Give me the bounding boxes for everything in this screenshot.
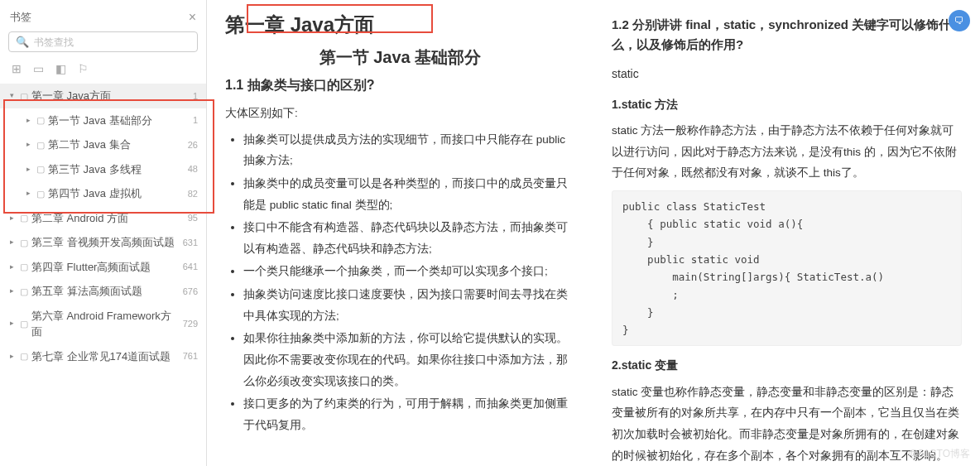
bullet-item: 抽象类可以提供成员方法的实现细节，而接口中只能存在 public 抽象方法;: [243, 129, 575, 171]
tree-item-child[interactable]: ▸▢ 第一节 Java 基础部分1: [0, 108, 206, 133]
tree-item-child[interactable]: ▸▢ 第二节 Java 集合26: [0, 132, 206, 157]
intro-text: 大体区别如下:: [225, 103, 575, 124]
search-input[interactable]: [34, 36, 190, 48]
tree-item[interactable]: ▾▢ 第一章 Java方面1: [0, 84, 206, 108]
tree-item[interactable]: ▸▢ 第六章 Android Framework方面729: [0, 304, 206, 344]
bullet-item: 一个类只能继承一个抽象类，而一个类却可以实现多个接口;: [243, 261, 575, 282]
content-left-column: 第一章 Java方面 第一节 Java 基础部分 1.1 抽象类与接口的区别? …: [207, 0, 593, 466]
section1-body: static 方法一般称作静态方法，由于静态方法不依赖于任何对象就可以进行访问，…: [612, 120, 962, 184]
float-action-button[interactable]: 🗨: [949, 10, 970, 31]
bullet-item: 如果你往抽象类中添加新的方法，你可以给它提供默认的实现。因此你不需要改变你现在的…: [243, 328, 575, 392]
watermark: @51CTO博客: [908, 447, 970, 461]
section2-title: 2.static 变量: [612, 354, 962, 377]
bookmark-tree: ▾▢ 第一章 Java方面1▸▢ 第一节 Java 基础部分1▸▢ 第二节 Ja…: [0, 84, 206, 459]
chapter-title: 第一章 Java方面: [225, 12, 575, 38]
tool-ribbon-icon[interactable]: ⚐: [78, 62, 89, 75]
bookmarks-sidebar: 书签 × 🔍 ⊞ ▭ ◧ ⚐ ▾▢ 第一章 Java方面1▸▢ 第一节 Java…: [0, 0, 207, 466]
bullet-item: 抽象类中的成员变量可以是各种类型的，而接口中的成员变量只能是 public st…: [243, 173, 575, 215]
bullet-item: 抽象类访问速度比接口速度要快，因为接口需要时间去寻找在类中具体实现的方法;: [243, 284, 575, 326]
tree-item[interactable]: ▸▢ 第七章 企业常见174道面试题761: [0, 344, 206, 369]
tool-expand-icon[interactable]: ▭: [33, 62, 44, 75]
tree-item[interactable]: ▸▢ 第五章 算法高频面试题676: [0, 279, 206, 304]
tool-bookmark-icon[interactable]: ◧: [55, 62, 66, 75]
bullet-item: 接口中不能含有构造器、静态代码块以及静态方法，而抽象类可以有构造器、静态代码块和…: [243, 217, 575, 259]
sidebar-toolbar: ⊞ ▭ ◧ ⚐: [0, 59, 206, 84]
search-box[interactable]: 🔍: [8, 31, 198, 52]
tree-item-child[interactable]: ▸▢ 第三节 Java 多线程48: [0, 157, 206, 182]
section1-title: 1.static 方法: [612, 94, 962, 116]
section-title: 第一节 Java 基础部分: [225, 46, 575, 69]
bullet-item: 接口更多的为了约束类的行为，可用于解耦，而抽象类更加侧重于代码复用。: [243, 393, 575, 435]
tree-item[interactable]: ▸▢ 第四章 Flutter高频面试题641: [0, 255, 206, 280]
tree-item[interactable]: ▸▢ 第二章 Android 方面95: [0, 206, 206, 231]
search-icon: 🔍: [16, 36, 29, 48]
subsection-title: 1.1 抽象类与接口的区别?: [225, 77, 575, 94]
close-icon[interactable]: ×: [189, 10, 196, 25]
sidebar-title: 书签: [10, 10, 31, 25]
tree-item[interactable]: ▸▢ 第三章 音视频开发高频面试题631: [0, 230, 206, 255]
keyword-label: static: [612, 63, 962, 85]
code-block: public class StaticTest { public static …: [612, 190, 962, 346]
question-title: 1.2 分别讲讲 final，static，synchronized 关键字可以…: [612, 15, 962, 55]
bullet-list: 抽象类可以提供成员方法的实现细节，而接口中只能存在 public 抽象方法;抽象…: [225, 129, 575, 436]
tool-add-icon[interactable]: ⊞: [12, 62, 22, 75]
content-right-column: 1.2 分别讲讲 final，static，synchronized 关键字可以…: [593, 0, 980, 466]
tree-item-child[interactable]: ▸▢ 第四节 Java 虚拟机82: [0, 181, 206, 206]
